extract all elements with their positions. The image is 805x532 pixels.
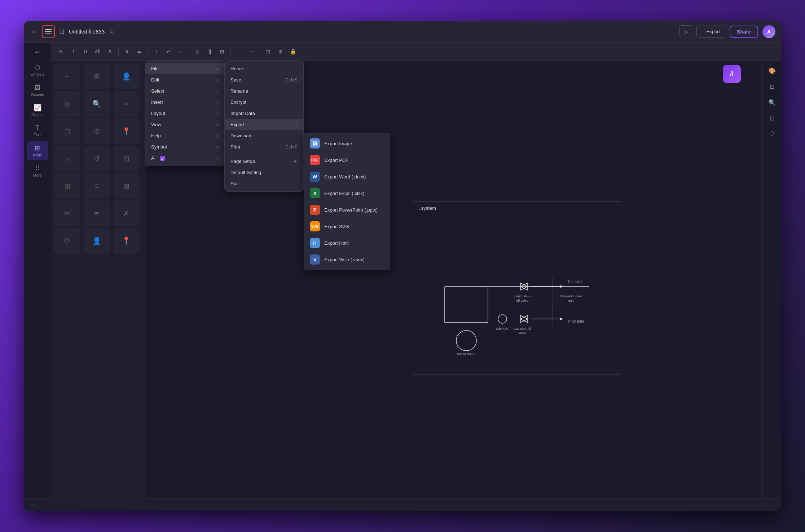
submenu-import-data[interactable]: Import Data xyxy=(225,108,303,119)
export-image-item[interactable]: 🖼 Export Image xyxy=(304,135,390,152)
menu-item-symbol[interactable]: Symbol › xyxy=(145,141,224,152)
strikethrough-button[interactable]: ab xyxy=(92,46,103,57)
icon-cell[interactable]: ⊞ xyxy=(84,63,110,89)
icon-cell[interactable]: ⊙ xyxy=(84,118,110,144)
icon-cell[interactable]: ≡ xyxy=(84,173,110,199)
avatar[interactable]: A xyxy=(762,25,775,38)
export-button[interactable]: ↑ Export xyxy=(696,26,725,38)
submenu-download[interactable]: Download xyxy=(225,130,303,141)
italic-button[interactable]: I xyxy=(68,46,79,57)
export-pdf-label: Export PDF xyxy=(324,158,348,163)
sidebar-item-more[interactable]: ⠿ More xyxy=(27,161,48,180)
icon-cell[interactable]: 👤 xyxy=(84,228,110,254)
lock-button[interactable]: 🔒 xyxy=(287,46,298,57)
animation-button[interactable]: ⊞ xyxy=(275,46,286,57)
back-button[interactable]: ‹ xyxy=(30,26,38,37)
menu-item-select[interactable]: Select › xyxy=(145,85,224,97)
list-button[interactable]: ≣ xyxy=(134,46,145,57)
icon-cell[interactable]: ✒ xyxy=(84,200,110,226)
align-button[interactable]: ≡ xyxy=(122,46,132,57)
submenu-export[interactable]: Export › xyxy=(225,119,303,130)
menu-button[interactable] xyxy=(42,25,55,38)
symbol-arrow: › xyxy=(217,145,218,150)
history-button[interactable]: ⏱ xyxy=(766,128,779,141)
container-button[interactable]: ⊡ xyxy=(263,46,274,57)
menu-item-layout[interactable]: Layout › xyxy=(145,108,224,119)
font-color-button[interactable]: A xyxy=(105,46,115,57)
sidebar-item-icons[interactable]: ⊞ Icons xyxy=(27,141,48,160)
canvas-area[interactable]: // ...system xyxy=(145,61,762,498)
select-arrow: › xyxy=(217,89,218,94)
present-button[interactable]: ⊡ xyxy=(766,112,779,125)
menu-item-edit[interactable]: Edit › xyxy=(145,74,224,85)
search-button[interactable]: 🔍 xyxy=(766,96,779,109)
share-button[interactable]: Share xyxy=(730,26,758,38)
icon-cell[interactable]: 🔍 xyxy=(84,91,110,117)
document-title: Untitled file833 xyxy=(69,28,105,35)
submenu-encrypt[interactable]: Encrypt xyxy=(225,97,303,108)
sidebar-item-pictures[interactable]: 🖼 Pictures xyxy=(27,81,48,99)
submenu-rename[interactable]: Rename xyxy=(225,85,303,97)
icon-cell[interactable]: 📍 xyxy=(114,228,140,254)
icon-cell[interactable]: + xyxy=(54,63,80,89)
layout-button[interactable]: ⊟ xyxy=(766,80,779,93)
sidebar-item-text[interactable]: T Text xyxy=(27,121,48,140)
waypoint-button[interactable]: ⌐ xyxy=(175,46,186,57)
export-excel-item[interactable]: X Export Excel (.xlsx) xyxy=(304,185,390,201)
submenu-page-setup[interactable]: Page Setup F6 xyxy=(225,156,303,167)
save-shortcut: Ctrl+S xyxy=(285,77,298,83)
icon-cell[interactable]: ⊟ xyxy=(114,146,140,172)
view-arrow: › xyxy=(217,122,218,127)
play-button[interactable]: ▷ xyxy=(679,25,692,38)
export-word-label: Export Word (.docx) xyxy=(324,174,366,179)
icon-cell[interactable]: ✂ xyxy=(54,200,80,226)
icon-cell[interactable]: ◻ xyxy=(54,118,80,144)
edit-label: Edit xyxy=(151,77,159,83)
pictures-icon: 🖼 xyxy=(34,84,41,92)
arrow-button[interactable]: → xyxy=(246,46,257,57)
icon-cell[interactable]: ≈ xyxy=(114,91,140,117)
export-html-item[interactable]: H Export Html xyxy=(304,235,390,251)
menu-item-insert[interactable]: Insert › xyxy=(145,97,224,108)
export-pdf-item[interactable]: PDF Export PDF xyxy=(304,152,390,168)
text-style-button[interactable]: T xyxy=(151,46,162,57)
submenu-star[interactable]: Star xyxy=(225,178,303,189)
export-ppt-item[interactable]: P Export PowerPoint (.pptx) xyxy=(304,201,390,218)
connector-button[interactable]: ↵ xyxy=(163,46,174,57)
menu-item-view[interactable]: View › xyxy=(145,119,224,130)
bold-button[interactable]: B xyxy=(56,46,66,57)
icon-cell[interactable]: ✗ xyxy=(114,200,140,226)
star-button[interactable]: ☆ xyxy=(109,28,114,35)
export-svg-item[interactable]: SVG Export SVG xyxy=(304,218,390,235)
line-style-button[interactable]: — xyxy=(234,46,245,57)
icon-cell[interactable]: ◎ xyxy=(54,91,80,117)
shape-button[interactable]: ◇ xyxy=(192,46,203,57)
export-visio-item[interactable]: V Export Visio (.vsdx) xyxy=(304,251,390,268)
bottom-settings[interactable]: ≡ xyxy=(28,501,36,509)
icon-cell[interactable]: › xyxy=(54,146,80,172)
icon-cell[interactable]: ⊞ xyxy=(114,173,140,199)
sidebar-item-graphs[interactable]: 📈 Graphs xyxy=(27,101,48,120)
svg-marker-11 xyxy=(520,315,528,323)
menu-item-file[interactable]: File › xyxy=(145,63,224,74)
icon-cell[interactable]: ↺ xyxy=(84,146,110,172)
menu-item-ai[interactable]: AI // › xyxy=(145,152,224,164)
submenu-default-setting[interactable]: Default Setting xyxy=(225,167,303,178)
line-button[interactable]: ∥ xyxy=(204,46,215,57)
icon-cell[interactable]: ① xyxy=(54,228,80,254)
icon-cell[interactable]: ⊞ xyxy=(54,173,80,199)
grid-button[interactable]: ⊞ xyxy=(217,46,228,57)
undo-button[interactable]: ↩ xyxy=(32,46,43,58)
submenu-print[interactable]: Print Ctrl+P xyxy=(225,141,303,152)
diagram-title: ...system xyxy=(412,202,621,214)
title-bar: ‹ ⊡ Untitled file833 ☆ ▷ ↑ Export Share … xyxy=(24,21,781,43)
menu-item-help[interactable]: Help › xyxy=(145,130,224,141)
submenu-save[interactable]: Save Ctrl+S xyxy=(225,74,303,85)
icon-cell[interactable]: 📍 xyxy=(114,118,140,144)
export-word-item[interactable]: W Export Word (.docx) xyxy=(304,168,390,185)
sidebar-item-symbols[interactable]: ⬡ Symbols xyxy=(27,61,48,79)
icon-cell[interactable]: 👤 xyxy=(114,63,140,89)
submenu-home[interactable]: Home xyxy=(225,63,303,74)
underline-button[interactable]: U xyxy=(80,46,91,57)
paint-button[interactable]: 🎨 xyxy=(766,64,779,77)
